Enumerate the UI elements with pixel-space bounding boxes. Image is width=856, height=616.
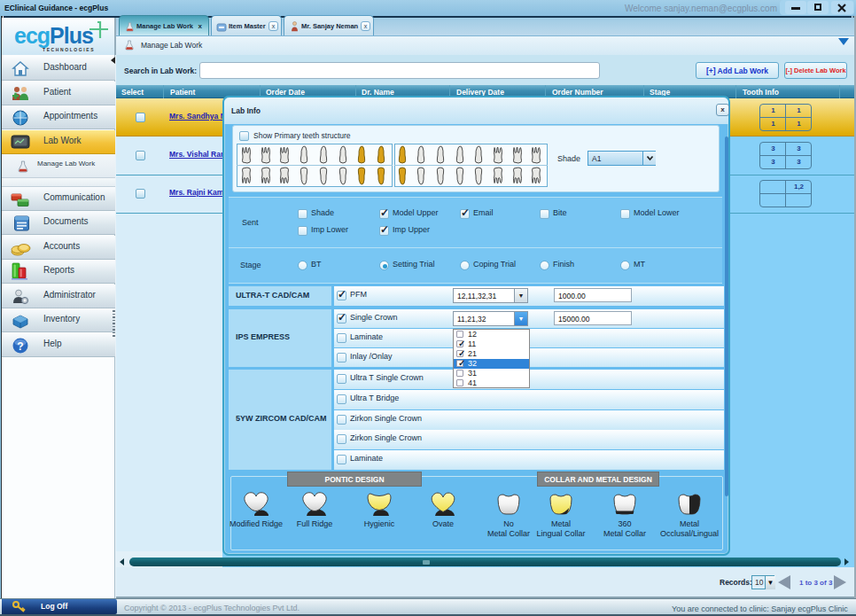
svg-text:?: ? bbox=[17, 340, 23, 353]
